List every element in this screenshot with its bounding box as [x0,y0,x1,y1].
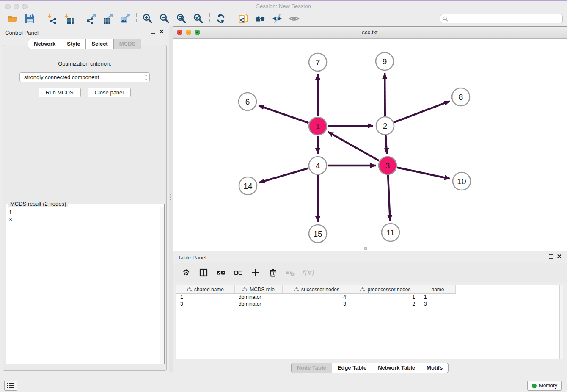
network-view-window: scc.txt 7968124314101511 [173,26,567,251]
zoom-in-icon[interactable] [139,12,156,25]
graph-node-2[interactable]: 2 [376,117,394,135]
tab-select[interactable]: Select [85,39,113,49]
toolbar-separator [232,13,232,24]
graph-node-14[interactable]: 14 [239,177,257,195]
graph-node-8[interactable]: 8 [452,88,470,106]
panel-splitter[interactable] [169,26,173,372]
graph-node-11[interactable]: 11 [382,224,399,241]
table-cell[interactable]: 3 [283,301,351,307]
graph-edge-4-14[interactable] [259,168,308,182]
delete-icon[interactable] [268,268,278,278]
graph-edge-3-11[interactable] [388,175,390,221]
import-table-icon[interactable] [61,12,77,25]
tab-network-table[interactable]: Network Table [372,363,421,373]
svg-text:7: 7 [316,58,320,67]
graph-node-1[interactable]: 1 [309,117,327,135]
table-cell[interactable]: dominator [235,294,283,301]
show-all-icon[interactable] [286,12,303,25]
zoom-out-icon[interactable] [156,12,173,25]
first-neighbors-icon[interactable] [252,12,269,25]
open-file-icon[interactable] [4,12,21,25]
table-cell[interactable]: 1 [420,294,456,301]
graph-edge-1-2[interactable] [328,126,373,126]
splitter-handle-icon [170,193,172,202]
import-network-icon[interactable] [44,12,61,25]
mcds-result-scrollbar[interactable] [160,207,164,364]
search-icon [443,16,448,23]
columns-icon[interactable] [198,268,209,278]
tab-node-table[interactable]: Node Table [291,363,332,373]
table-row[interactable]: 3dominator323 [176,301,563,307]
save-session-icon[interactable] [21,12,38,25]
graph-edge-2-3[interactable] [385,135,387,154]
control-panel: Control Panel ✕ NetworkStyleSelectMCDS O… [0,26,169,372]
network-canvas[interactable]: 7968124314101511 [173,39,567,251]
table-row[interactable]: 1dominator411 [176,294,563,301]
close-panel-icon[interactable]: ✕ [159,29,164,34]
table-scrollbar[interactable] [559,285,563,359]
svg-text:4: 4 [316,161,320,170]
task-history-button[interactable] [4,381,17,391]
table-cell[interactable]: 3 [420,301,456,307]
control-panel-tabstrip: NetworkStyleSelectMCDS [0,39,169,49]
graph-node-6[interactable]: 6 [239,93,256,110]
table-cell[interactable]: 3 [176,301,235,307]
clone-network-icon[interactable] [235,12,252,25]
table-cell[interactable]: 1 [351,294,420,301]
graph-node-15[interactable]: 15 [309,225,327,243]
table-cell[interactable]: 4 [283,294,351,301]
zoom-selected-icon[interactable] [190,12,207,25]
graph-node-10[interactable]: 10 [453,172,471,190]
table-cell[interactable]: dominator [235,301,283,307]
graph-node-3[interactable]: 3 [379,157,396,174]
float-table-panel-icon[interactable] [549,254,553,259]
svg-text:11: 11 [386,228,395,237]
optimization-criterion-label: Optimization criterion: [3,61,166,67]
tab-style[interactable]: Style [61,39,86,49]
graph-node-4[interactable]: 4 [309,157,327,174]
column-header-mcds-role[interactable]: MCDS role [235,285,283,294]
network-window-titlebar[interactable]: scc.txt [173,27,567,39]
graph-node-9[interactable]: 9 [376,52,394,70]
application-window: Session: New Session Control Panel ✕ Net… [0,0,567,392]
tab-edge-table[interactable]: Edge Table [332,363,372,373]
criterion-dropdown[interactable]: strongly connected component ▴▾ [19,72,150,82]
tab-mcds[interactable]: MCDS [113,39,141,49]
toolbar-separator [41,13,41,24]
table-cell[interactable]: 1 [176,294,235,301]
table-header-row: shared nameMCDS rolesuccessor nodesprede… [176,285,563,294]
export-image-icon[interactable] [117,12,134,25]
mcds-result-item: 3 [9,216,157,223]
close-table-panel-icon[interactable]: ✕ [556,254,562,259]
hide-selected-icon[interactable] [269,12,286,25]
export-network-icon[interactable] [83,12,100,25]
column-header-predecessor-nodes[interactable]: predecessor nodes [351,285,420,294]
memory-button[interactable]: Memory [527,381,562,391]
select-all-icon[interactable] [216,268,226,278]
export-table-icon[interactable] [100,12,117,25]
column-header-shared-name[interactable]: shared name [176,285,235,294]
column-header-successor-nodes[interactable]: successor nodes [283,285,351,294]
close-panel-button[interactable]: Close panel [88,88,131,97]
graph-edge-2-9[interactable] [385,73,385,116]
canvas-resize-handle[interactable] [364,247,367,250]
tab-network[interactable]: Network [28,39,61,49]
zoom-fit-icon[interactable] [173,12,190,25]
gear-icon[interactable]: ⚙ [181,268,191,278]
graph-edge-3-1[interactable] [328,132,379,161]
graph-edge-2-8[interactable] [394,101,450,122]
tab-motifs[interactable]: Motifs [421,363,449,373]
add-icon[interactable] [250,268,261,278]
refresh-layout-icon[interactable] [212,12,229,25]
column-header-label: MCDS role [250,287,275,293]
graph-node-7[interactable]: 7 [309,53,327,71]
graph-edge-1-6[interactable] [259,105,308,123]
dropdown-stepper-icon: ▴▾ [145,73,147,82]
graph-edge-3-10[interactable] [397,168,450,179]
float-panel-icon[interactable] [151,30,155,34]
deselect-all-icon[interactable] [233,268,243,278]
run-mcds-button[interactable]: Run MCDS [39,88,81,97]
search-input[interactable] [440,14,563,23]
column-header-name[interactable]: name [420,285,456,294]
table-cell[interactable]: 2 [351,301,420,307]
